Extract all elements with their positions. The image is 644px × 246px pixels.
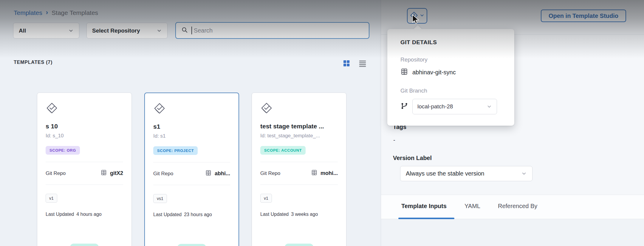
templates-list-panel: Templates › Stage Templates All Select R…	[0, 0, 381, 246]
last-updated-value: 23 hours ago	[184, 212, 212, 217]
template-name: s 10	[46, 123, 123, 130]
repository-name: abhinav-git-sync	[412, 69, 456, 76]
last-updated-label: Last Updated	[153, 212, 182, 217]
last-updated-value: 3 weeks ago	[291, 212, 318, 217]
tab-yaml[interactable]: YAML	[465, 203, 480, 210]
search-icon	[181, 27, 188, 34]
git-branch-label: Git Branch	[400, 87, 504, 94]
repository-label: Repository	[400, 56, 504, 63]
repository-select[interactable]: Select Repository	[86, 23, 168, 39]
chevron-down-icon	[157, 28, 162, 33]
git-branch-icon	[400, 102, 408, 111]
stable-badge	[177, 244, 206, 246]
template-id: Id: test_stage_template_...	[260, 133, 338, 139]
git-repo-label: Git Repo	[153, 171, 173, 177]
template-id: Id: s_10	[46, 133, 123, 139]
search-input[interactable]	[194, 27, 363, 34]
repository-icon	[311, 169, 318, 177]
stage-template-icon	[260, 102, 338, 116]
open-in-template-studio-button[interactable]: Open in Template Studio	[541, 10, 626, 22]
chevron-down-icon	[521, 171, 527, 176]
repository-icon	[400, 68, 408, 77]
version-chip: vs1	[153, 194, 167, 203]
git-details-button[interactable]	[407, 8, 427, 24]
git-branch-select[interactable]: local-patch-28	[412, 99, 497, 114]
template-type-select[interactable]: All	[13, 23, 79, 39]
tags-value: -	[393, 137, 395, 144]
git-details-popover: GIT DETAILS Repository abhinav-git-sync …	[387, 29, 514, 126]
git-repo-name: mohi...	[321, 170, 338, 176]
repository-select-value: Select Repository	[92, 27, 140, 34]
tab-template-inputs[interactable]: Template Inputs	[401, 203, 447, 210]
chevron-down-icon	[68, 28, 74, 33]
git-details-title: GIT DETAILS	[400, 39, 504, 46]
version-label-select[interactable]: Always use the stable version	[400, 166, 532, 181]
scope-badge: SCOPE: ORG	[46, 146, 80, 155]
last-updated-label: Last Updated	[260, 212, 289, 217]
text-cursor	[191, 27, 192, 34]
templates-count-heading: TEMPLATES (7)	[14, 60, 52, 65]
template-name: s1	[153, 123, 230, 130]
details-tab-bar: Template Inputs YAML Referenced By	[381, 195, 644, 219]
git-branch-select-value: local-patch-28	[417, 103, 453, 110]
stable-badge	[70, 244, 99, 246]
template-details-panel: Open in Template Studio GIT DETAILS Repo…	[381, 0, 644, 246]
search-input-container	[175, 22, 369, 39]
git-repo-label: Git Repo	[46, 170, 66, 176]
grid-view-icon[interactable]	[342, 59, 351, 68]
template-id: Id: s1	[153, 133, 230, 139]
template-type-select-value: All	[19, 27, 26, 34]
scope-badge: SCOPE: ACCOUNT	[260, 146, 306, 155]
repository-icon	[205, 170, 212, 178]
breadcrumb-chevron-icon: ›	[46, 9, 48, 16]
git-repo-label: Git Repo	[260, 170, 280, 176]
git-repo-name: gitX2	[110, 170, 123, 176]
chevron-down-icon	[419, 13, 425, 19]
last-updated-label: Last Updated	[46, 212, 74, 217]
last-updated-value: 4 hours ago	[76, 212, 102, 217]
breadcrumb: Templates › Stage Templates	[14, 9, 98, 17]
stage-template-icon	[46, 102, 123, 116]
stable-badge	[285, 244, 313, 246]
version-chip: v1	[260, 194, 272, 203]
version-label-heading: Version Label	[393, 155, 432, 162]
template-card[interactable]: test stage template ... Id: test_stage_t…	[252, 93, 346, 246]
git-repo-diamond-icon	[410, 11, 418, 21]
repository-icon	[100, 169, 107, 177]
list-view-icon[interactable]	[358, 59, 367, 68]
view-toggle-group	[342, 59, 367, 68]
template-card[interactable]: s1 Id: s1 SCOPE: PROJECT Git Repo abhi..…	[144, 93, 239, 246]
version-chip: v1	[46, 194, 57, 203]
tab-referenced-by[interactable]: Referenced By	[498, 203, 537, 210]
scope-badge: SCOPE: PROJECT	[153, 146, 198, 155]
breadcrumb-templates-link[interactable]: Templates	[14, 9, 42, 16]
breadcrumb-current-page: Stage Templates	[52, 9, 98, 16]
stage-template-icon	[153, 102, 230, 116]
chevron-down-icon	[487, 104, 492, 109]
tab-content-area	[381, 219, 644, 246]
version-label-select-value: Always use the stable version	[406, 170, 484, 177]
git-repo-name: abhi...	[215, 170, 230, 177]
template-card[interactable]: s 10 Id: s_10 SCOPE: ORG Git Repo gitX2 …	[37, 93, 132, 246]
template-name: test stage template ...	[260, 123, 338, 130]
